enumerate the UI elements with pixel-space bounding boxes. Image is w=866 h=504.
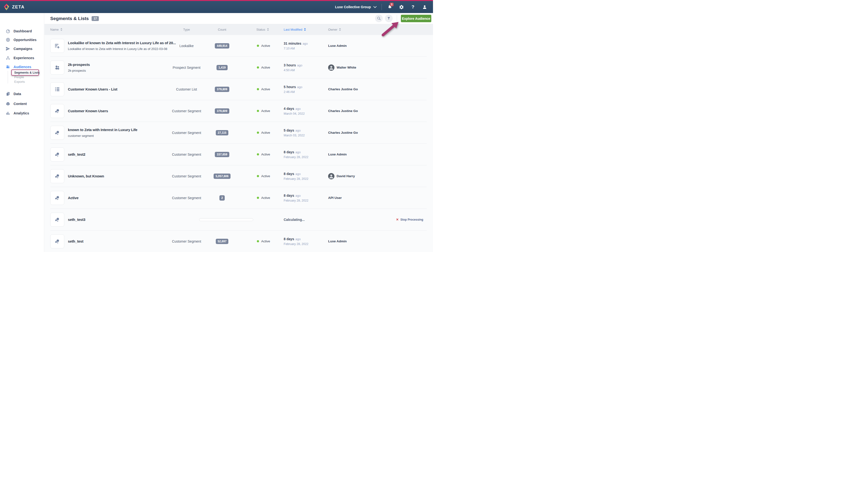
column-header-status[interactable]: Status	[256, 24, 269, 35]
row-status: Active	[257, 122, 270, 144]
filter-button[interactable]	[385, 14, 393, 22]
row-owner: Luxe Admin	[328, 35, 347, 57]
table-row[interactable]: Customer Known Users - List Customer Lis…	[50, 78, 427, 100]
cube-icon	[5, 101, 10, 106]
row-last-modified: 3 hoursago 4:50 AM	[284, 57, 327, 78]
row-status: Active	[257, 187, 270, 208]
row-name[interactable]: seth_test2	[68, 152, 183, 157]
user-icon[interactable]	[422, 4, 427, 10]
row-owner: Walter White	[328, 57, 356, 78]
table-row[interactable]: Customer Known Users Customer Segment 37…	[50, 100, 427, 122]
row-subtitle: Lookalike of known to Zeta with Interest…	[68, 47, 183, 51]
org-name: Luxe Collective Group	[335, 5, 371, 9]
row-name[interactable]: Customer Known Users	[68, 109, 183, 113]
status-dot-icon	[257, 197, 259, 199]
row-last-modified: 5 hoursago 2:46 AM	[284, 78, 327, 100]
row-last-modified: 5 daysago March 03, 2022	[284, 122, 327, 144]
row-last-modified: Calculating...	[284, 209, 327, 230]
row-name[interactable]: known to Zeta with Interest in Luxury Li…	[68, 128, 183, 132]
count-badge: 52,697	[216, 239, 229, 244]
column-header-last-modified[interactable]: Last Modified	[284, 24, 306, 35]
row-name[interactable]: seth_test3	[68, 217, 183, 221]
segment-bubbles-icon	[54, 238, 60, 244]
sort-arrows-icon	[267, 28, 269, 31]
row-type: Customer Segment	[167, 152, 206, 157]
table-row[interactable]: seth_test3 Calculating... ✕ Stop Process…	[50, 209, 427, 230]
sidebar-item-audiences[interactable]: Audiences	[5, 64, 31, 69]
sidebar-item-analytics[interactable]: Analytics	[5, 111, 29, 116]
row-status: Active	[257, 57, 270, 78]
sidebar-item-campaigns[interactable]: Campaigns	[5, 46, 32, 51]
status-dot-icon	[257, 88, 259, 90]
logo-wordmark: ZETA	[12, 4, 25, 10]
table-row[interactable]: Unknown, but Known Customer Segment 5,05…	[50, 165, 427, 187]
explore-audience-button[interactable]: Explore Audience	[401, 15, 431, 22]
total-count-badge: 17	[91, 16, 99, 21]
row-type: Customer Segment	[167, 239, 206, 243]
row-status: Active	[257, 230, 270, 252]
segment-bubbles-icon	[54, 217, 60, 223]
row-type: Prospect Segment	[167, 66, 206, 69]
row-last-modified: 4 daysago March 04, 2022	[284, 100, 327, 122]
notification-badge: 3	[390, 3, 393, 6]
sidebar-item-opportunities[interactable]: Opportunities	[5, 37, 36, 43]
row-name[interactable]: Customer Known Users - List	[68, 87, 183, 91]
segment-bubbles-icon	[54, 108, 60, 114]
row-owner: Luxe Admin	[328, 144, 347, 165]
top-navbar: ZETA Luxe Collective Group 3 ?	[0, 1, 433, 13]
row-type: Customer Segment	[167, 174, 206, 178]
row-name[interactable]: Unknown, but Known	[68, 174, 183, 178]
row-name[interactable]: Active	[68, 196, 183, 200]
table-row[interactable]: 2k-prospects 2k-prospects Prospect Segme…	[50, 57, 427, 78]
row-name[interactable]: 2k-prospects	[68, 62, 183, 67]
sort-arrows-icon	[339, 28, 341, 31]
sitemap-icon	[5, 56, 10, 60]
avatar	[328, 173, 334, 179]
row-type: Customer Segment	[167, 109, 206, 113]
table-row[interactable]: Lookalike of known to Zeta with Interest…	[50, 35, 427, 57]
row-owner: Charles Justine Go	[328, 122, 358, 144]
table-row[interactable]: seth_test2 Customer Segment 337,659 Acti…	[50, 144, 427, 165]
status-dot-icon	[257, 131, 259, 134]
sidebar-subitem-segments-lists[interactable]: Segments & Lists	[11, 69, 39, 76]
filter-icon	[387, 16, 391, 20]
bell-icon[interactable]: 3	[387, 4, 392, 10]
status-dot-icon	[257, 66, 259, 69]
status-dot-icon	[257, 240, 259, 242]
row-type: Customer List	[167, 88, 206, 91]
help-icon[interactable]: ?	[410, 4, 415, 10]
column-header-name[interactable]: Name	[50, 24, 62, 35]
sidebar-item-content[interactable]: Content	[5, 101, 27, 106]
row-status: Active	[257, 144, 270, 165]
column-header-owner[interactable]: Owner	[328, 24, 341, 35]
zeta-diamond-icon	[3, 3, 10, 11]
segment-bubbles-icon	[54, 151, 60, 158]
paper-plane-icon	[5, 46, 10, 51]
org-switcher[interactable]: Luxe Collective Group	[335, 5, 377, 9]
sidebar-subitem-exports[interactable]: Exports	[14, 80, 25, 83]
table-row[interactable]: Active Customer Segment 2 Active 8 daysa…	[50, 187, 427, 209]
sidebar-subitem-people[interactable]: People	[14, 75, 24, 79]
sidebar-item-dashboard[interactable]: Dashboard	[5, 28, 32, 34]
status-dot-icon	[257, 153, 259, 156]
stop-processing-button[interactable]: ✕ Stop Processing	[396, 209, 423, 230]
documents-icon	[5, 91, 10, 96]
table-row[interactable]: seth_test Customer Segment 52,697 Active…	[50, 230, 427, 252]
sidebar-item-data[interactable]: Data	[5, 91, 21, 96]
sidebar-item-experiences[interactable]: Experiences	[5, 55, 34, 60]
sort-arrows-icon	[304, 28, 306, 31]
page-header: Segments & Lists 17 Explore Audience	[44, 13, 433, 24]
zeta-logo[interactable]: ZETA	[0, 3, 25, 11]
column-header-count: Count	[207, 24, 237, 35]
gear-icon[interactable]	[399, 4, 404, 10]
row-last-modified: 31 minutesago 7:10 AM	[284, 35, 327, 57]
row-name[interactable]: Lookalike of known to Zeta with Interest…	[68, 41, 183, 45]
row-name[interactable]: seth_test	[68, 239, 183, 243]
row-subtitle: 2k-prospects	[68, 69, 183, 72]
search-button[interactable]	[375, 14, 383, 22]
column-header-type: Type	[167, 24, 206, 35]
search-icon	[377, 16, 381, 21]
dashboard-gauge-icon	[5, 29, 10, 34]
table-row[interactable]: known to Zeta with Interest in Luxury Li…	[50, 122, 427, 144]
count-badge: 337,659	[215, 152, 229, 157]
